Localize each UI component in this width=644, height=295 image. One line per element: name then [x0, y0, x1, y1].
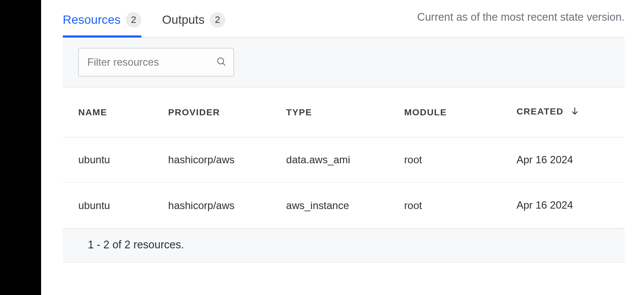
tabs: Resources 2 Outputs 2 [63, 0, 225, 37]
cell-module: root [400, 137, 512, 183]
col-header-module[interactable]: MODULE [400, 87, 512, 137]
col-header-name-label: NAME [78, 107, 107, 117]
tab-resources-label: Resources [63, 13, 121, 27]
main-content: Resources 2 Outputs 2 Current as of the … [41, 0, 644, 295]
tab-outputs-label: Outputs [162, 13, 205, 27]
table-header-row: NAME PROVIDER TYPE MODULE CREATED [63, 87, 625, 137]
col-header-type-label: TYPE [286, 107, 312, 117]
col-header-created-label: CREATED [516, 106, 564, 116]
table-row[interactable]: ubuntu hashicorp/aws aws_instance root A… [63, 183, 625, 228]
col-header-created[interactable]: CREATED [512, 87, 625, 137]
cell-module: root [400, 183, 512, 228]
tab-outputs-badge: 2 [210, 12, 225, 28]
cell-name: ubuntu [63, 183, 164, 228]
state-version-note: Current as of the most recent state vers… [417, 11, 625, 37]
filter-resources-input[interactable] [78, 48, 234, 76]
pagination-summary: 1 - 2 of 2 resources. [63, 228, 625, 263]
tab-resources[interactable]: Resources 2 [63, 0, 141, 37]
cell-provider: hashicorp/aws [164, 137, 282, 183]
resources-table: NAME PROVIDER TYPE MODULE CREATED ubun [63, 87, 625, 228]
col-header-type[interactable]: TYPE [282, 87, 400, 137]
cell-created: Apr 16 2024 [512, 137, 625, 183]
tab-outputs[interactable]: Outputs 2 [162, 0, 225, 37]
table-row[interactable]: ubuntu hashicorp/aws data.aws_ami root A… [63, 137, 625, 183]
col-header-provider[interactable]: PROVIDER [164, 87, 282, 137]
filter-wrap [78, 48, 234, 76]
cell-type: data.aws_ami [282, 137, 400, 183]
col-header-provider-label: PROVIDER [168, 107, 220, 117]
header-row: Resources 2 Outputs 2 Current as of the … [63, 0, 625, 38]
col-header-module-label: MODULE [404, 107, 447, 117]
cell-type: aws_instance [282, 183, 400, 228]
tab-resources-badge: 2 [126, 12, 141, 28]
cell-created: Apr 16 2024 [512, 183, 625, 228]
sort-descending-icon [570, 106, 580, 118]
filter-bar [63, 38, 625, 87]
col-header-name[interactable]: NAME [63, 87, 164, 137]
sidebar [0, 0, 41, 295]
cell-name: ubuntu [63, 137, 164, 183]
cell-provider: hashicorp/aws [164, 183, 282, 228]
